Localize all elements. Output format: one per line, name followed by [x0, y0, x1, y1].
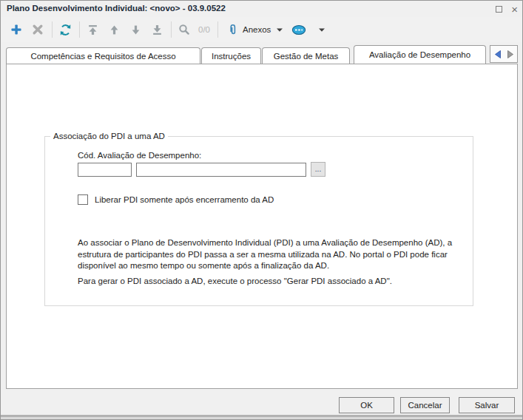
process-icon	[291, 24, 306, 35]
arrow-up-icon	[109, 24, 120, 35]
paperclip-icon	[228, 24, 238, 36]
search-icon	[178, 24, 190, 35]
tab-strip: Competências e Requisitos de Acesso Inst…	[1, 42, 522, 64]
refresh-icon	[59, 24, 72, 36]
app-window: Plano Desenvolvimento Individual: <novo>…	[0, 0, 523, 420]
info-paragraph-1: Ao associar o Plano de Desenvolvimento I…	[78, 237, 452, 272]
delete-button[interactable]	[30, 22, 45, 37]
anexos-label: Anexos	[243, 25, 271, 34]
tab-content-panel: Associação do PDI a uma AD Cód. Avaliaçã…	[6, 64, 518, 389]
footer-bar: OK Cancelar Salvar	[1, 389, 522, 415]
anexos-dropdown[interactable]: Anexos	[228, 24, 283, 36]
info-line: Ao associar o Plano de Desenvolvimento I…	[78, 237, 452, 249]
cancel-button[interactable]: Cancelar	[400, 397, 450, 413]
tab-gestao-de-metas[interactable]: Gestão de Metas	[262, 47, 350, 64]
x-icon	[32, 24, 44, 35]
move-down-button[interactable]	[128, 22, 143, 37]
arrow-to-bottom-icon	[152, 24, 163, 35]
cod-avaliacao-input[interactable]	[78, 163, 132, 177]
tab-label: Competências e Requisitos de Acesso	[30, 52, 175, 61]
tab-competencias[interactable]: Competências e Requisitos de Acesso	[6, 47, 200, 64]
tab-label: Avaliação de Desempenho	[369, 50, 470, 59]
search-counter: 0/0	[198, 25, 210, 34]
toolbar-separator	[217, 21, 218, 38]
info-paragraph-2: Para gerar o PDI associado a AD, execute…	[78, 277, 392, 285]
tab-scroll-box	[490, 45, 518, 63]
info-line: estrutura de participantes do PDI passa …	[78, 249, 452, 261]
toolbar-separator	[171, 21, 172, 38]
arrow-to-top-icon	[87, 24, 98, 35]
toolbar: 0/0 Anexos	[1, 17, 522, 42]
browse-button[interactable]: ...	[311, 162, 325, 177]
liberar-pdi-checkbox-label: Liberar PDI somente após encerramento da…	[95, 195, 274, 204]
plus-icon	[10, 24, 22, 35]
liberar-pdi-checkbox-row: Liberar PDI somente após encerramento da…	[78, 194, 274, 205]
move-last-button[interactable]	[149, 22, 164, 37]
move-up-button[interactable]	[107, 22, 121, 37]
groupbox-associacao-pdi-ad: Associação do PDI a uma AD Cód. Avaliaçã…	[44, 136, 473, 306]
move-first-button[interactable]	[85, 22, 100, 37]
save-button[interactable]: Salvar	[459, 397, 515, 413]
ok-button[interactable]: OK	[339, 397, 394, 413]
tab-scroll-right-icon[interactable]	[506, 50, 515, 59]
refresh-button[interactable]	[58, 22, 72, 37]
tab-instrucoes[interactable]: Instruções	[201, 47, 261, 64]
chevron-down-icon	[277, 28, 283, 32]
cod-avaliacao-label: Cód. Avaliação de Desempenho:	[78, 151, 201, 160]
add-button[interactable]	[9, 22, 24, 37]
search-button[interactable]	[177, 22, 192, 37]
info-line: disponível ao mesmo tempo ou somente apó…	[78, 260, 452, 272]
groupbox-title: Associação do PDI a uma AD	[50, 132, 168, 140]
process-dropdown-button[interactable]	[317, 22, 326, 37]
tab-label: Gestão de Metas	[274, 52, 339, 61]
toolbar-separator	[52, 21, 53, 38]
arrow-down-icon	[130, 24, 141, 35]
tab-avaliacao-de-desempenho[interactable]: Avaliação de Desempenho	[354, 45, 486, 64]
liberar-pdi-checkbox[interactable]	[78, 194, 88, 205]
title-bar: Plano Desenvolvimento Individual: <novo>…	[1, 1, 522, 17]
avaliacao-descricao-input[interactable]	[136, 163, 306, 177]
maximize-icon[interactable]	[496, 6, 502, 13]
tab-label: Instruções	[212, 52, 251, 61]
close-icon[interactable]: ×	[511, 4, 518, 15]
window-title: Plano Desenvolvimento Individual: <novo>…	[7, 4, 226, 13]
chevron-down-icon	[319, 28, 325, 32]
process-button[interactable]	[290, 22, 308, 37]
toolbar-separator	[79, 21, 80, 38]
window-bottom-edge-light	[1, 417, 522, 420]
tab-scroll-left-icon[interactable]	[493, 50, 502, 59]
